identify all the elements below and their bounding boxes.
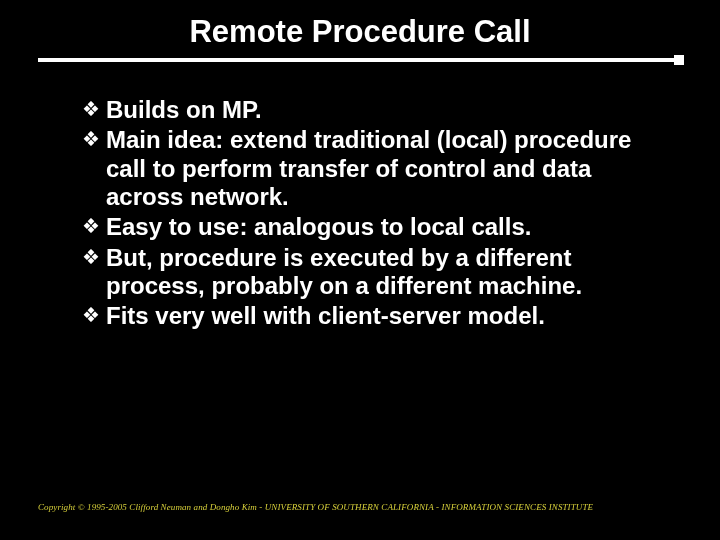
list-item: ❖ But, procedure is executed by a differ… bbox=[82, 244, 650, 301]
title-rule bbox=[38, 58, 682, 72]
list-item-text: Easy to use: analogous to local calls. bbox=[106, 213, 650, 241]
divider-line bbox=[38, 58, 682, 62]
slide: Remote Procedure Call ❖ Builds on MP. ❖ … bbox=[0, 0, 720, 540]
slide-title: Remote Procedure Call bbox=[0, 0, 720, 54]
diamond-bullet-icon: ❖ bbox=[82, 128, 100, 152]
list-item: ❖ Easy to use: analogous to local calls. bbox=[82, 213, 650, 241]
diamond-bullet-icon: ❖ bbox=[82, 215, 100, 239]
divider-endcap bbox=[674, 55, 684, 65]
list-item-text: But, procedure is executed by a differen… bbox=[106, 244, 650, 301]
list-item-text: Builds on MP. bbox=[106, 96, 650, 124]
diamond-bullet-icon: ❖ bbox=[82, 304, 100, 328]
diamond-bullet-icon: ❖ bbox=[82, 246, 100, 270]
diamond-bullet-icon: ❖ bbox=[82, 98, 100, 122]
list-item: ❖ Fits very well with client-server mode… bbox=[82, 302, 650, 330]
list-item-text: Fits very well with client-server model. bbox=[106, 302, 650, 330]
list-item: ❖ Main idea: extend traditional (local) … bbox=[82, 126, 650, 211]
copyright-footer: Copyright © 1995-2005 Clifford Neuman an… bbox=[38, 502, 682, 512]
list-item-text: Main idea: extend traditional (local) pr… bbox=[106, 126, 650, 211]
slide-body: ❖ Builds on MP. ❖ Main idea: extend trad… bbox=[0, 72, 720, 331]
list-item: ❖ Builds on MP. bbox=[82, 96, 650, 124]
